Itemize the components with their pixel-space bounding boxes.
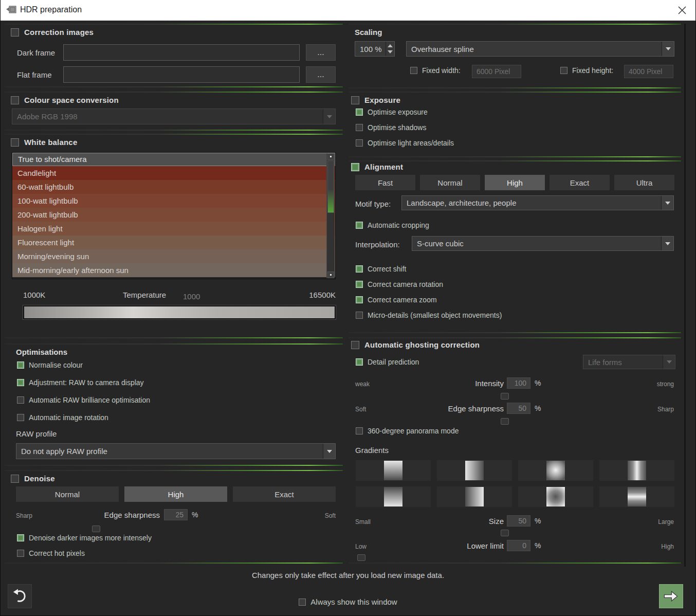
white-balance-option[interactable]: Mid-morning/early afternoon sun	[12, 263, 335, 277]
denoise-edge-sharpness-slider: Sharp Edge sharpness 25 % Soft	[16, 510, 336, 534]
white-balance-checkbox[interactable]	[11, 138, 19, 147]
window-title: HDR preparation	[20, 5, 82, 14]
ghosting-edge-sharpness-slider: Soft Edge sharpness 50 % Sharp	[355, 404, 674, 427]
correct-camera-zoom-checkbox[interactable]	[356, 296, 363, 303]
chevron-down-icon	[662, 42, 674, 56]
panorama-mode-checkbox[interactable]	[356, 427, 363, 434]
micro-details-checkbox[interactable]	[356, 312, 363, 319]
detail-prediction-checkbox[interactable]	[356, 358, 363, 366]
scaling-percent-spinner[interactable]: 100 %	[355, 41, 395, 57]
white-balance-scrollbar[interactable]	[326, 153, 335, 278]
scroll-up-icon[interactable]	[327, 153, 334, 160]
gradient-preset-4[interactable]	[599, 460, 675, 481]
correct-shift-checkbox[interactable]	[356, 265, 363, 273]
denoise-mode-exact[interactable]: Exact	[233, 486, 336, 502]
ghost-edge-sharpness-value[interactable]: 50	[507, 403, 530, 414]
alignment-mode-normal[interactable]: Normal	[420, 175, 480, 190]
white-balance-option[interactable]: Morning/evening sun	[12, 249, 335, 263]
alignment-mode-fast[interactable]: Fast	[355, 175, 415, 190]
scroll-down-icon[interactable]	[327, 271, 334, 278]
intensity-value[interactable]: 100	[507, 377, 530, 389]
dark-frame-input[interactable]	[63, 44, 300, 61]
denoise-checkbox[interactable]	[11, 475, 19, 483]
white-balance-option[interactable]: Fluorescent light	[12, 235, 335, 249]
gradient-thumbnail	[546, 461, 565, 480]
alignment-mode-high[interactable]: High	[485, 175, 545, 190]
section-title: Alignment	[364, 162, 403, 171]
scrollbar-thumb[interactable]	[327, 160, 334, 213]
ghosting-checkbox[interactable]	[351, 341, 359, 349]
hot-pixels-checkbox[interactable]	[17, 550, 24, 557]
detail-mode-dropdown[interactable]: Life forms	[583, 355, 675, 369]
section-title: Scaling	[355, 28, 382, 37]
edge-sharpness-value[interactable]: 25	[164, 509, 188, 520]
slider-handle[interactable]	[501, 530, 509, 536]
white-balance-option[interactable]: 60-watt lightbulb	[12, 180, 335, 194]
slider-handle[interactable]	[501, 418, 509, 425]
white-balance-option[interactable]: 100-watt lightbulb	[12, 194, 335, 208]
section-title: Exposure	[364, 96, 400, 104]
fixed-height-checkbox[interactable]	[560, 67, 567, 74]
correction-images-checkbox[interactable]	[11, 28, 19, 37]
gradient-preset-6[interactable]	[436, 486, 512, 508]
gradients-label: Gradients	[355, 446, 389, 455]
exposure-checkbox[interactable]	[351, 96, 359, 104]
alignment-mode-exact[interactable]: Exact	[550, 175, 610, 190]
lower-limit-value[interactable]: 0	[507, 540, 530, 551]
always-show-window-label: Always show this window	[310, 597, 397, 606]
normalise-colour-checkbox[interactable]	[17, 361, 24, 369]
motif-type-dropdown[interactable]: Landscape, architecture, people	[401, 195, 674, 210]
spinner-arrows-icon[interactable]	[386, 42, 394, 56]
fixed-height-input[interactable]: 4000 Pixel	[624, 65, 673, 78]
auto-rotation-checkbox[interactable]	[17, 414, 24, 421]
alignment-mode-ultra[interactable]: Ultra	[614, 175, 674, 190]
alignment-checkbox[interactable]	[351, 163, 359, 171]
section-title: Automatic ghosting correction	[364, 340, 480, 349]
denoise-darker-checkbox[interactable]	[17, 534, 24, 541]
white-balance-list: True to shot/camera Candlelight 60-watt …	[12, 152, 336, 279]
flat-frame-input[interactable]	[63, 66, 300, 83]
gradient-preset-1[interactable]	[355, 460, 431, 481]
adjustment-raw-checkbox[interactable]	[17, 379, 24, 386]
optimise-exposure-checkbox[interactable]	[356, 108, 363, 116]
optimise-shadows-checkbox[interactable]	[356, 124, 363, 131]
gradient-preset-5[interactable]	[355, 486, 431, 508]
dark-frame-browse-button[interactable]: ...	[306, 44, 336, 61]
correct-camera-rotation-checkbox[interactable]	[356, 281, 363, 288]
denoise-mode-normal[interactable]: Normal	[16, 486, 119, 502]
gradient-preset-2[interactable]	[436, 460, 512, 481]
slider-handle[interactable]	[92, 526, 100, 532]
always-show-window-checkbox[interactable]	[299, 599, 306, 606]
white-balance-option[interactable]: 200-watt lightbulb	[12, 208, 335, 222]
automatic-cropping-checkbox[interactable]	[356, 222, 363, 229]
optimise-light-areas-checkbox[interactable]	[356, 139, 363, 147]
chevron-down-icon	[661, 237, 673, 250]
interpolation-dropdown[interactable]: S-curve cubic	[412, 236, 674, 251]
slider-handle[interactable]	[357, 554, 365, 561]
temperature-axis-label: Temperature	[123, 291, 166, 299]
colour-space-checkbox[interactable]	[11, 96, 19, 104]
white-balance-option[interactable]: Halogen light	[12, 222, 335, 235]
gradient-preset-8[interactable]	[599, 486, 675, 508]
undo-button[interactable]	[8, 584, 32, 608]
denoise-mode-high[interactable]: High	[124, 486, 227, 502]
gradient-preset-3[interactable]	[518, 460, 594, 481]
close-icon[interactable]	[676, 4, 688, 16]
scaling-method-dropdown[interactable]: Overhauser spline	[406, 41, 674, 57]
gradient-preset-7[interactable]	[518, 486, 594, 508]
fixed-width-checkbox[interactable]	[410, 67, 417, 74]
gradient-thumbnail	[465, 461, 484, 480]
flat-frame-browse-button[interactable]: ...	[306, 66, 336, 83]
raw-profile-dropdown[interactable]: Do not apply RAW profile	[16, 443, 336, 459]
colour-space-dropdown[interactable]: Adobe RGB 1998	[12, 108, 336, 124]
fixed-width-input[interactable]: 6000 Pixel	[472, 65, 521, 78]
slider-handle[interactable]	[501, 393, 509, 400]
motif-type-label: Motif type:	[355, 200, 391, 208]
raw-brilliance-checkbox[interactable]	[17, 396, 24, 404]
white-balance-option[interactable]: True to shot/camera	[12, 153, 335, 166]
flat-frame-label: Flat frame	[17, 70, 52, 79]
size-value[interactable]: 50	[507, 515, 530, 527]
continue-button[interactable]	[659, 584, 683, 608]
temperature-slider[interactable]	[23, 305, 336, 319]
white-balance-option[interactable]: Candlelight	[12, 166, 335, 180]
